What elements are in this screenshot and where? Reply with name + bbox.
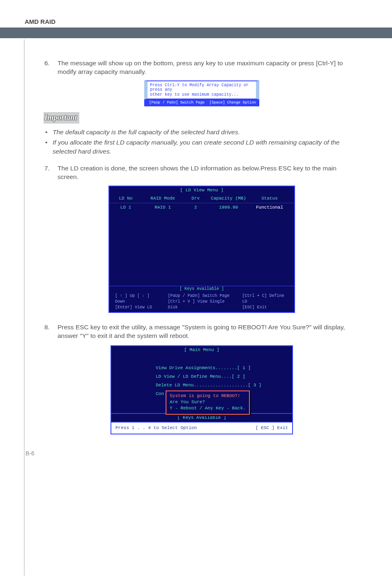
msgbox: Press Ctrl-Y to Modify Array Capacity or… — [144, 80, 259, 106]
ldview-keys: [ Keys Available ] [ ↑ ] Up [ ↓ ] Down [… — [109, 286, 294, 312]
important-block: Important The default capacity is the fu… — [44, 112, 359, 156]
keys-title: [ Keys Available ] — [109, 286, 294, 292]
menu-item: Delete LD Menu....................[ 3 ] — [156, 381, 292, 390]
step-number: 7. — [44, 164, 58, 181]
msgbox-line2: other key to use maximum capacity... — [150, 92, 239, 97]
msgbox-body: Press Ctrl-Y to Modify Array Capacity or… — [144, 80, 259, 100]
col-mode: RAID Mode — [142, 194, 183, 203]
key-ctrlv: [Ctrl + V ] View Single Disk — [168, 299, 225, 310]
divider-band — [0, 28, 392, 38]
keys-body: [ ↑ ] Up [ ↓ ] Down [Enter] View LD [PaU… — [109, 292, 294, 312]
col-ldno: LD No — [109, 194, 142, 203]
ldview-title: [ LD View Menu ] — [109, 186, 294, 194]
cell-drv: 2 — [183, 203, 208, 212]
step-text: The message will show up on the bottom, … — [58, 59, 359, 76]
cell-ldno: LD 1 — [109, 203, 142, 212]
mainmenu-window: [ Main Menu ] View Drive Assignments....… — [111, 345, 293, 423]
msgbox-footer: [PaUp / PaDn] Switch Page [Space] Change… — [144, 99, 259, 106]
key-enter: [Enter] View LD — [115, 305, 152, 310]
vertical-gutter — [24, 39, 25, 469]
ldview-headers: LD No RAID Mode Drv Capacity (MB) Status — [109, 194, 294, 203]
section-header: AMD RAID — [0, 0, 392, 28]
reboot-line1: System is going to REBOOT! — [170, 393, 246, 399]
important-bullet: If you allocate the first LD capacity ma… — [44, 138, 359, 156]
ldview-blank — [109, 212, 294, 286]
important-title: Important — [44, 112, 79, 124]
menu-item: LD View / LD Define Menu....[ 2 ] — [156, 372, 292, 381]
step-number: 6. — [44, 59, 58, 76]
menu-item: View Drive Assignments........[ 1 ] — [156, 364, 292, 372]
msgbox-foot-left: [PaUp / PaDn] Switch Page — [149, 101, 205, 105]
col-cap: Capacity (MB) — [208, 194, 249, 203]
page-number: B-6 — [0, 438, 392, 469]
important-list: The default capacity is the full capacit… — [44, 128, 359, 156]
col-drv: Drv — [183, 194, 208, 203]
step-text: The LD creation is done, the screen show… — [58, 164, 359, 181]
mainmenu-footer: Press 1 . . 4 to Select Option [ ESC ] E… — [111, 423, 293, 434]
cell-mode: RAID 1 — [142, 203, 183, 212]
step-text: Press ESC key to exit the utility, a mes… — [58, 323, 359, 340]
reboot-line2: Are You Sure? — [170, 399, 246, 405]
step-6: 6. The message will show up on the botto… — [44, 59, 359, 76]
mainmenu-title: [ Main Menu ] — [111, 346, 292, 354]
msgbox-foot-right: [Space] Change Option — [210, 100, 256, 105]
ldview-body: LD 1 RAID 1 2 1999.99 Functional — [109, 203, 294, 286]
footer-right: [ ESC ] Exit — [256, 425, 288, 431]
ldview-window: [ LD View Menu ] LD No RAID Mode Drv Cap… — [108, 186, 295, 313]
col-status: Status — [249, 194, 290, 203]
key-esc: [ESC] Exit — [242, 305, 267, 310]
cell-status: Functional — [249, 203, 290, 212]
footer-left: Press 1 . . 4 to Select Option — [115, 425, 197, 431]
ldview-row: LD 1 RAID 1 2 1999.99 Functional — [109, 203, 294, 212]
figure-msgbox: Press Ctrl-Y to Modify Array Capacity or… — [44, 80, 359, 106]
step-number: 8. — [44, 323, 58, 340]
page-content: 6. The message will show up on the botto… — [0, 38, 392, 434]
figure-mainmenu: [ Main Menu ] View Drive Assignments....… — [44, 345, 359, 434]
reboot-line3: Y - Reboot / Any Key - Back. — [170, 405, 246, 411]
step-8: 8. Press ESC key to exit the utility, a … — [44, 323, 359, 340]
figure-ldview: [ LD View Menu ] LD No RAID Mode Drv Cap… — [44, 186, 359, 313]
step-7: 7. The LD creation is done, the screen s… — [44, 164, 359, 181]
reboot-dialog: System is going to REBOOT! Are You Sure?… — [166, 390, 250, 415]
key-up-down: [ ↑ ] Up [ ↓ ] Down — [115, 294, 150, 304]
cell-cap: 1999.99 — [208, 203, 249, 212]
key-ctrlc: [Ctrl + C] Define LD — [242, 294, 284, 304]
msgbox-line1: Press Ctrl-Y to Modify Array Capacity or… — [150, 83, 249, 92]
key-page: [PaUp / PaDn] Switch Page — [168, 294, 230, 298]
important-bullet: The default capacity is the full capacit… — [44, 128, 359, 136]
